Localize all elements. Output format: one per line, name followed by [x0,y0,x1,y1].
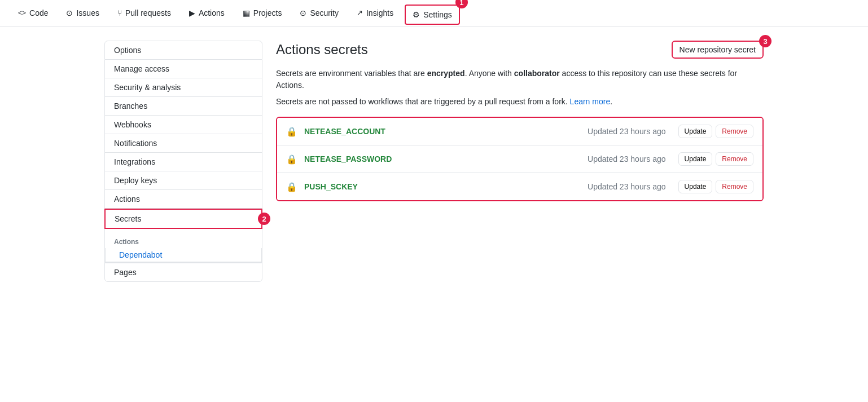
updated-text-1: Updated 23 hours ago [588,154,666,164]
secret-row-netease-account: 🔒 NETEASE_ACCOUNT Updated 23 hours ago U… [277,118,762,145]
security-icon: ⊙ [300,8,306,17]
sidebar-pages[interactable]: Pages [104,263,262,282]
sidebar-security-analysis[interactable]: Security & analysis [104,78,262,97]
top-nav: <> Code ⊙ Issues ⑂ Pull requests ▶ Actio… [0,0,868,27]
sidebar-manage-access[interactable]: Manage access [104,60,262,78]
secret-name-0: NETEASE_ACCOUNT [304,127,588,136]
description-line2: Secrets are not passed to workflows that… [276,96,764,108]
code-icon: <> [18,9,26,17]
update-button-0[interactable]: Update [678,125,713,138]
settings-icon: ⚙ [413,10,420,19]
sidebar-branches[interactable]: Branches [104,97,262,116]
learn-more-link[interactable]: Learn more [570,97,611,106]
lock-icon-2: 🔒 [286,182,297,192]
secret-row-netease-password: 🔒 NETEASE_PASSWORD Updated 23 hours ago … [277,145,762,173]
remove-button-1[interactable]: Remove [716,152,753,166]
nav-projects[interactable]: ▦ Projects [234,0,291,27]
issues-icon: ⊙ [66,8,73,17]
sidebar-actions[interactable]: Actions [104,190,262,209]
sidebar: Options Manage access Security & analysi… [104,41,262,282]
lock-icon-1: 🔒 [286,154,297,165]
lock-icon-0: 🔒 [286,126,297,137]
nav-issues[interactable]: ⊙ Issues [57,0,108,27]
sidebar-secrets[interactable]: Secrets [104,209,262,229]
updated-text-2: Updated 23 hours ago [588,182,666,191]
secret-name-2: PUSH_SCKEY [304,182,588,191]
description-line1: Secrets are environment variables that a… [276,68,764,91]
remove-button-2[interactable]: Remove [716,180,753,193]
secrets-badge: 2 [258,213,270,225]
insights-icon: ↗ [357,8,363,17]
nav-security[interactable]: ⊙ Security [291,0,348,27]
new-secret-badge: 3 [759,35,771,47]
nav-pull-requests[interactable]: ⑂ Pull requests [108,0,180,27]
sidebar-options[interactable]: Options [104,41,262,60]
main-layout: Options Manage access Security & analysi… [95,27,773,295]
nav-insights[interactable]: ↗ Insights [348,0,402,27]
new-repository-secret-button[interactable]: New repository secret [672,41,764,59]
secret-name-1: NETEASE_PASSWORD [304,154,588,164]
sidebar-group-actions-label: Actions [105,233,262,248]
updated-text-0: Updated 23 hours ago [588,127,666,136]
actions-icon: ▶ [189,8,195,17]
secrets-table: 🔒 NETEASE_ACCOUNT Updated 23 hours ago U… [276,117,764,201]
nav-actions[interactable]: ▶ Actions [180,0,234,27]
update-button-1[interactable]: Update [678,152,713,166]
secret-row-push-sckey: 🔒 PUSH_SCKEY Updated 23 hours ago Update… [277,173,762,200]
remove-button-0[interactable]: Remove [716,125,753,138]
sidebar-deploy-keys[interactable]: Deploy keys [104,171,262,190]
projects-icon: ▦ [243,8,250,17]
main-content: Actions secrets New repository secret 3 … [276,41,764,282]
sidebar-notifications[interactable]: Notifications [104,134,262,153]
pull-requests-icon: ⑂ [117,8,122,17]
sidebar-integrations[interactable]: Integrations [104,153,262,171]
update-button-2[interactable]: Update [678,180,713,193]
sidebar-dependabot[interactable]: Dependabot [105,248,262,262]
page-title: Actions secrets [276,42,368,58]
nav-settings[interactable]: ⚙ Settings [405,5,460,25]
sidebar-webhooks[interactable]: Webhooks [104,116,262,134]
content-header: Actions secrets New repository secret 3 [276,41,764,59]
nav-code[interactable]: <> Code [9,0,57,27]
